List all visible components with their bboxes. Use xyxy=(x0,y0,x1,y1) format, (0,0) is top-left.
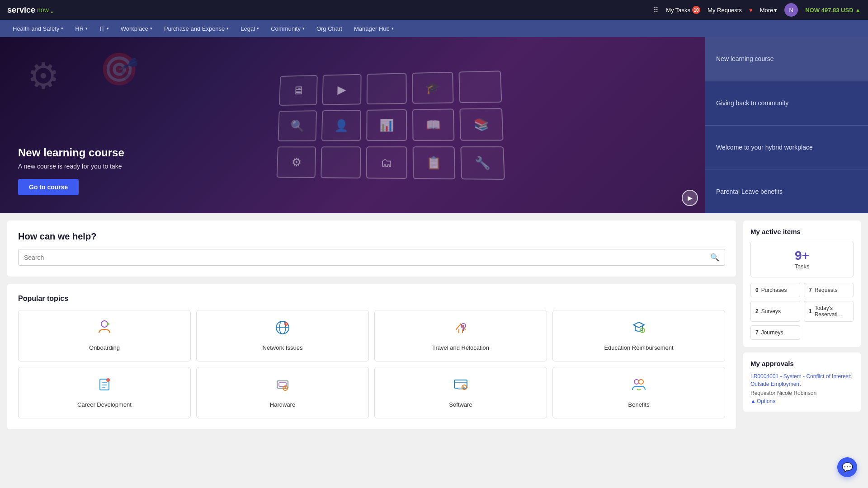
software-icon xyxy=(453,376,469,396)
nav-org-chart[interactable]: Org Chart xyxy=(311,20,348,37)
nav-legal[interactable]: Legal ▾ xyxy=(235,20,264,37)
right-panel: My active items 9+ Tasks 0 Purchases 7 R… xyxy=(743,221,861,429)
topic-card-benefits[interactable]: Benefits xyxy=(552,367,725,418)
reservations-badge[interactable]: 1 Today's Reservati... xyxy=(804,301,854,322)
active-items-section: My active items 9+ Tasks 0 Purchases 7 R… xyxy=(743,221,861,347)
tasks-badge: 10 xyxy=(692,6,700,14)
play-button[interactable]: ▶ xyxy=(682,190,698,206)
dot-menu-icon[interactable]: ⠿ xyxy=(653,6,659,14)
dropdown-caret-icon: ▾ xyxy=(257,26,259,31)
nav-community[interactable]: Community ▾ xyxy=(265,20,310,37)
purchases-badge[interactable]: 0 Purchases xyxy=(750,283,800,297)
hero-banner: ⚙ 🎯 🖥 ▶ 🎓 🔍 👤 📊 📖 📚 ⚙ 🗂 📋 xyxy=(0,37,705,213)
popular-topics-section: Popular topics + Onboarding xyxy=(7,284,736,429)
education-reimbursement-icon: $ xyxy=(631,319,647,339)
benefits-icon xyxy=(631,376,647,396)
nav-health-safety[interactable]: Health and Safety ▾ xyxy=(7,20,69,37)
hero-icon-box: 👤 xyxy=(321,110,361,141)
hero-icon-box: 🔧 xyxy=(460,146,505,180)
topic-card-onboarding[interactable]: + Onboarding xyxy=(18,310,191,361)
hero-content: New learning course A new course is read… xyxy=(18,146,124,195)
nav-purchase-expense[interactable]: Purchase and Expense ▾ xyxy=(159,20,234,37)
topic-card-hardware[interactable]: Hardware xyxy=(196,367,369,418)
approval-options-button[interactable]: ▲ Options xyxy=(750,398,854,404)
education-reimbursement-label: Education Reimbursement xyxy=(604,344,673,352)
wishlist-heart-icon[interactable]: ♥ xyxy=(749,7,753,14)
more-label: More xyxy=(760,7,774,14)
more-menu-button[interactable]: More ▾ xyxy=(760,7,778,14)
svg-point-9 xyxy=(462,325,464,327)
search-bar[interactable]: 🔍 xyxy=(18,249,725,266)
hero-subtitle: A new course is ready for you to take xyxy=(18,163,124,170)
svg-point-26 xyxy=(639,380,643,384)
target-decorative-icon: 🎯 xyxy=(99,51,139,88)
help-title: How can we help? xyxy=(18,231,725,242)
dropdown-caret-icon: ▾ xyxy=(150,26,152,31)
hero-icon-box: 📚 xyxy=(459,108,503,141)
logo-now-text: now xyxy=(37,6,49,14)
hero-sidebar: New learning course Giving back to commu… xyxy=(705,37,868,213)
hero-sidebar-item-2[interactable]: Giving back to community xyxy=(705,81,868,126)
nav-hr[interactable]: HR ▾ xyxy=(70,20,93,37)
nav-manager-hub[interactable]: Manager Hub ▾ xyxy=(349,20,399,37)
career-development-label: Career Development xyxy=(77,401,132,409)
approval-link[interactable]: LR0004001 - System - Conflict of Interes… xyxy=(750,373,854,388)
hero-sidebar-item-4[interactable]: Parental Leave benefits xyxy=(705,169,868,213)
main-left-panel: How can we help? 🔍 Popular topics + xyxy=(7,221,736,429)
dropdown-caret-icon: ▾ xyxy=(302,26,305,31)
topic-card-software[interactable]: Software xyxy=(374,367,547,418)
hero-sidebar-item-1[interactable]: New learning course xyxy=(705,37,868,81)
network-issues-icon: ! xyxy=(274,319,291,339)
chevron-up-icon: ▲ xyxy=(750,398,756,404)
main-content: How can we help? 🔍 Popular topics + xyxy=(0,213,868,436)
hero-sidebar-item-3[interactable]: Welcome to your hybrid workplace xyxy=(705,126,868,170)
user-avatar[interactable]: N xyxy=(784,3,798,17)
search-input[interactable] xyxy=(24,254,707,261)
surveys-badge[interactable]: 2 Surveys xyxy=(750,301,800,322)
dropdown-caret-icon: ▾ xyxy=(392,26,394,31)
logo[interactable]: servicenow. xyxy=(7,4,53,16)
floating-icons-bg: 🖥 ▶ 🎓 🔍 👤 📊 📖 📚 ⚙ 🗂 📋 🔧 xyxy=(68,37,705,213)
hero-icon-box xyxy=(367,73,407,104)
more-caret-icon: ▾ xyxy=(774,7,777,14)
gear-decorative-icon: ⚙ xyxy=(27,55,60,97)
top-nav-right: ⠿ My Tasks 10 My Requests ♥ More ▾ N NOW… xyxy=(653,3,861,17)
onboarding-icon: + xyxy=(96,319,113,339)
topic-card-education[interactable]: $ Education Reimbursement xyxy=(552,310,725,361)
top-nav: servicenow. ⠿ My Tasks 10 My Requests ♥ … xyxy=(0,0,868,20)
nav-it[interactable]: IT ▾ xyxy=(94,20,114,37)
my-tasks-label: My Tasks xyxy=(666,7,690,14)
my-tasks-button[interactable]: My Tasks 10 xyxy=(666,6,700,14)
journeys-badge[interactable]: 7 Journeys xyxy=(750,325,800,340)
hero-icon-box: ⚙ xyxy=(277,146,316,178)
nav-workplace[interactable]: Workplace ▾ xyxy=(115,20,158,37)
topic-card-travel[interactable]: Travel and Relocation xyxy=(374,310,547,361)
items-grid: 0 Purchases 7 Requests 2 Surveys 1 Today… xyxy=(750,283,854,340)
hero-icon-box: ▶ xyxy=(322,74,362,105)
topic-card-network[interactable]: ! Network Issues xyxy=(196,310,369,361)
hero-icon-box: 📋 xyxy=(413,146,456,179)
dropdown-caret-icon: ▾ xyxy=(226,26,229,31)
logo-dot: . xyxy=(51,4,53,16)
software-label: Software xyxy=(449,401,472,409)
svg-text:!: ! xyxy=(286,322,287,326)
topic-card-career[interactable]: Career Development xyxy=(18,367,191,418)
benefits-label: Benefits xyxy=(628,401,650,409)
hero-icon-box: 🔍 xyxy=(278,110,317,141)
search-icon: 🔍 xyxy=(710,253,719,262)
career-development-icon xyxy=(96,376,113,396)
go-to-course-button[interactable]: Go to course xyxy=(18,179,79,195)
active-items-title: My active items xyxy=(750,228,854,235)
travel-relocation-label: Travel and Relocation xyxy=(432,344,489,352)
hero-icon-box: 🗂 xyxy=(366,146,407,179)
tasks-box[interactable]: 9+ Tasks xyxy=(750,241,854,277)
my-requests-button[interactable]: My Requests xyxy=(708,7,742,14)
tasks-label: Tasks xyxy=(758,263,846,270)
requests-badge[interactable]: 7 Requests xyxy=(804,283,854,297)
nav-items-container: Health and Safety ▾ HR ▾ IT ▾ Workplace … xyxy=(7,20,399,37)
svg-text:$: $ xyxy=(642,329,643,333)
hero-icon-box: 📊 xyxy=(366,109,407,141)
popular-topics-title: Popular topics xyxy=(18,295,725,303)
balance-display: NOW 497.83 USD ▲ xyxy=(805,7,861,14)
approvals-section: My approvals LR0004001 - System - Confli… xyxy=(743,352,861,412)
